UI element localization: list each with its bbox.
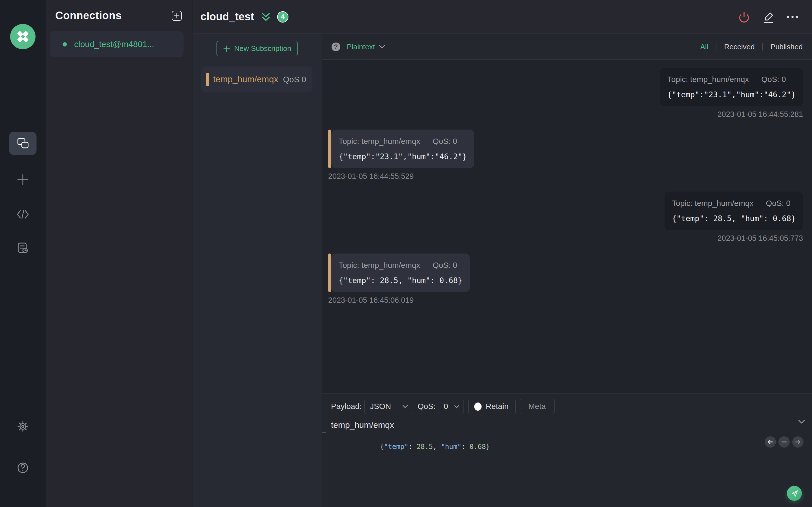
connection-status-dot	[63, 42, 67, 47]
collapse-connection-icon[interactable]	[261, 12, 271, 22]
message-timestamp: 2023-01-05 16:44:55:281	[718, 110, 803, 119]
connection-header-bar: cloud_test 4	[193, 0, 812, 34]
new-subscription-button[interactable]: New Subscription	[216, 41, 298, 56]
connection-list-item[interactable]: cloud_test@m4801...	[50, 31, 184, 57]
message-payload: {"temp":"23.1","hum":"46.2"}	[339, 152, 467, 161]
message-timestamp: 2023-01-05 16:44:55:529	[328, 172, 414, 181]
message-bubble: Topic: temp_hum/emqx QoS: 0 {"temp":"23.…	[331, 129, 474, 168]
publish-toolbar: Payload: JSON QoS: 0	[331, 399, 812, 414]
meta-button[interactable]: Meta	[520, 399, 555, 414]
payload-token: "hum"	[441, 443, 461, 451]
message-bubble: Topic: temp_hum/emqx QoS: 0 {"temp":"23.…	[660, 68, 803, 106]
new-subscription-label: New Subscription	[234, 44, 291, 53]
payload-format-dropdown[interactable]: Plaintext	[347, 43, 386, 51]
connections-title: Connections	[55, 10, 122, 22]
publish-payload-editor[interactable]: {"temp": 28.5, "hum": 0.68}	[331, 435, 812, 459]
message-received: Topic: temp_hum/emqx QoS: 0 {"temp":"23.…	[328, 129, 803, 181]
filter-received[interactable]: Received	[724, 43, 755, 51]
message-payload: {"temp": 28.5, "hum": 0.68}	[339, 276, 462, 285]
help-button[interactable]	[16, 461, 29, 474]
filter-all[interactable]: All	[700, 43, 708, 51]
filter-divider	[762, 43, 763, 50]
message-published: Topic: temp_hum/emqx QoS: 0 {"temp": 28.…	[328, 191, 803, 243]
history-next-button[interactable]	[792, 436, 804, 448]
message-topic: Topic: temp_hum/emqx	[667, 75, 749, 84]
message-qos: QoS: 0	[761, 75, 786, 84]
edit-connection-button[interactable]	[761, 10, 775, 24]
subscription-count-badge: 4	[277, 11, 289, 22]
send-button[interactable]	[787, 486, 802, 501]
log-icon	[16, 242, 29, 255]
connection-name: cloud_test@m4801...	[74, 40, 154, 49]
code-icon	[16, 209, 29, 220]
more-options-button[interactable]	[785, 10, 800, 24]
publish-panel: Payload: JSON QoS: 0	[322, 393, 812, 507]
retain-checkbox[interactable]: Retain	[468, 399, 516, 414]
message-meta: Topic: temp_hum/emqx QoS: 0	[667, 75, 796, 84]
payload-format-help-icon[interactable]: ?	[332, 43, 340, 51]
message-meta: Topic: temp_hum/emqx QoS: 0	[339, 137, 467, 146]
message-list: Topic: temp_hum/emqx QoS: 0 {"temp":"23.…	[322, 60, 812, 393]
disconnect-power-button[interactable]	[737, 10, 751, 24]
publish-topic-input[interactable]: temp_hum/emqx	[331, 420, 812, 430]
help-icon	[16, 461, 29, 474]
message-payload: {"temp": 28.5, "hum": 0.68}	[672, 214, 796, 223]
message-topic: Topic: temp_hum/emqx	[339, 261, 420, 270]
message-history-pager	[765, 436, 804, 448]
connections-header: Connections	[46, 0, 192, 22]
message-filters: All Received Published	[700, 43, 803, 51]
meta-label: Meta	[528, 402, 546, 411]
message-qos: QoS: 0	[766, 199, 791, 208]
message-payload: {"temp":"23.1","hum":"46.2"}	[667, 90, 796, 99]
plus-icon	[17, 173, 29, 186]
qos-label: QoS:	[417, 402, 436, 411]
qos-value: 0	[444, 402, 448, 411]
send-plane-icon	[790, 489, 799, 498]
qos-dropdown[interactable]: 0	[438, 399, 464, 414]
history-clear-button[interactable]	[778, 436, 790, 448]
message-received: Topic: temp_hum/emqx QoS: 0 {"temp": 28.…	[328, 253, 803, 305]
subscription-color-bar	[206, 73, 209, 86]
message-bubble: Topic: temp_hum/emqx QoS: 0 {"temp": 28.…	[331, 253, 470, 292]
mqttx-logo-icon	[10, 24, 36, 49]
messages-header: ? Plaintext All Received Published	[322, 34, 812, 60]
payload-format-value: Plaintext	[347, 43, 375, 51]
subscription-item[interactable]: temp_hum/emqx QoS 0	[201, 66, 312, 93]
sidebar-item-log[interactable]	[16, 242, 29, 255]
sidebar-item-script[interactable]	[16, 208, 29, 221]
settings-gear-icon[interactable]	[16, 420, 29, 433]
message-color-bar	[328, 253, 331, 292]
message-qos: QoS: 0	[433, 261, 457, 270]
payload-token: 0.68	[469, 443, 486, 451]
message-qos: QoS: 0	[433, 137, 457, 146]
message-topic: Topic: temp_hum/emqx	[339, 137, 420, 146]
plus-icon	[223, 45, 231, 52]
mqttx-app-window: Connections cloud_test@m4801... cloud_te…	[0, 0, 812, 507]
retain-checkbox-dot	[474, 402, 481, 411]
payload-token: }	[486, 443, 490, 451]
collapse-publish-icon[interactable]	[798, 419, 805, 425]
history-prev-button[interactable]	[765, 436, 776, 448]
message-published: Topic: temp_hum/emqx QoS: 0 {"temp":"23.…	[328, 68, 803, 119]
payload-type-value: JSON	[370, 402, 391, 411]
message-timestamp: 2023-01-05 16:45:05:773	[718, 234, 803, 243]
retain-label: Retain	[486, 402, 509, 411]
header-actions	[737, 10, 800, 24]
arrow-left-icon	[767, 439, 773, 445]
chevron-down-icon	[454, 405, 460, 408]
main-area: cloud_test 4	[193, 0, 812, 507]
main-body: New Subscription temp_hum/emqx QoS 0 ? P…	[193, 34, 812, 507]
payload-type-dropdown[interactable]: JSON	[364, 399, 413, 414]
payload-token: "temp"	[384, 443, 409, 451]
connections-panel: Connections cloud_test@m4801...	[46, 0, 192, 507]
payload-token: :	[461, 443, 469, 451]
sidebar-item-connections[interactable]	[9, 132, 37, 155]
sidebar-item-new-connection[interactable]	[16, 173, 29, 186]
message-bubble: Topic: temp_hum/emqx QoS: 0 {"temp": 28.…	[665, 191, 803, 230]
plus-icon	[174, 13, 180, 18]
add-connection-button[interactable]	[172, 11, 182, 21]
filter-published[interactable]: Published	[770, 43, 803, 51]
payload-token: ,	[433, 443, 441, 451]
connections-icon	[16, 137, 30, 150]
connection-title: cloud_test	[200, 11, 254, 23]
